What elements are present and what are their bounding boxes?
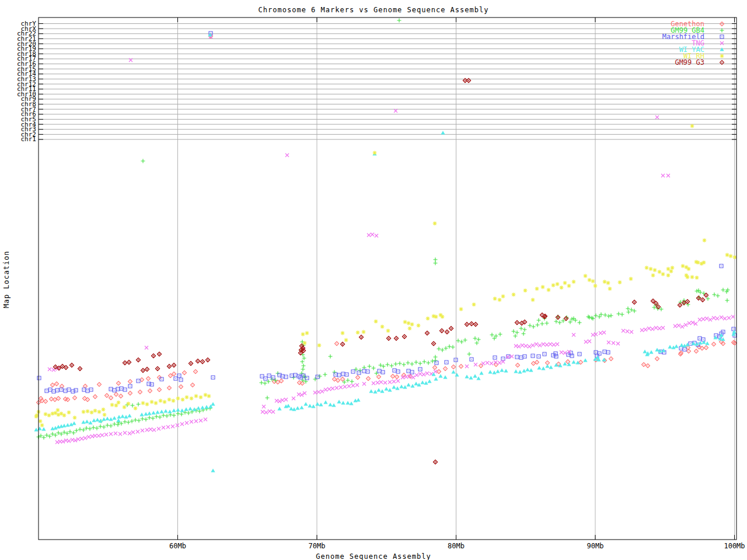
point-wi-rh	[618, 281, 622, 285]
point-tng	[698, 318, 701, 321]
point-wi-yac	[211, 402, 215, 405]
point-gm99-gb4	[162, 414, 166, 418]
point-tng	[715, 317, 719, 320]
point-genethon	[105, 394, 109, 398]
point-gm99-gb4	[402, 363, 406, 367]
point-marshfield	[337, 373, 341, 377]
point-gm99-g3	[145, 368, 149, 372]
point-wi-rh	[551, 284, 556, 288]
point-tng	[647, 327, 651, 330]
point-tng	[498, 361, 501, 365]
point-wi-rh	[666, 267, 671, 271]
point-tng	[542, 342, 545, 346]
point-wi-rh	[341, 331, 345, 335]
point-gm99-g3	[189, 362, 193, 366]
point-gm99-g3	[156, 367, 160, 371]
point-gm99-g3	[387, 337, 391, 341]
point-wi-yac	[308, 404, 312, 407]
point-tng	[531, 344, 535, 347]
point-gm99-gb4	[522, 332, 526, 336]
point-marshfield	[701, 338, 705, 341]
point-tng	[264, 411, 268, 414]
point-marshfield	[720, 264, 723, 268]
point-tng	[58, 440, 62, 443]
x-tick-label: 90Mb	[587, 542, 604, 550]
point-gm99-gb4	[434, 261, 438, 265]
point-tng	[687, 321, 691, 325]
point-wi-yac	[200, 405, 204, 409]
x-tick-label: 80Mb	[448, 542, 465, 550]
point-wi-yac	[380, 389, 384, 393]
point-wi-yac	[541, 366, 545, 370]
point-tng	[285, 153, 289, 157]
point-marshfield	[128, 384, 132, 388]
point-wi-yac	[315, 402, 319, 405]
point-tng	[141, 429, 144, 432]
point-marshfield	[294, 373, 297, 377]
x-tick-label: 70Mb	[309, 542, 326, 550]
point-genethon	[51, 383, 55, 387]
point-tng	[694, 322, 697, 326]
point-gm99-g3	[201, 360, 205, 364]
point-wi-yac	[705, 341, 709, 345]
point-tng	[666, 174, 670, 177]
point-wi-rh	[163, 400, 167, 404]
point-gm99-gb4	[410, 362, 414, 366]
point-gm99-gb4	[141, 417, 145, 421]
point-tng	[180, 422, 184, 426]
point-wi-yac	[492, 370, 496, 374]
point-tng	[654, 326, 658, 330]
point-marshfield	[316, 375, 319, 379]
point-genethon	[194, 370, 198, 374]
point-genethon	[655, 357, 659, 361]
point-gm99-gb4	[558, 321, 562, 325]
point-wi-rh	[102, 408, 106, 412]
point-gm99-g3	[434, 460, 438, 464]
point-gm99-gb4	[721, 288, 725, 292]
point-tng	[680, 325, 684, 328]
point-wi-rh	[386, 329, 390, 333]
point-gm99-gb4	[515, 331, 519, 335]
point-wi-rh	[374, 320, 378, 324]
point-wi-yac	[292, 407, 296, 411]
point-wi-yac	[479, 371, 483, 374]
point-wi-yac	[311, 404, 315, 408]
point-wi-yac	[668, 345, 672, 348]
point-wi-rh	[40, 424, 44, 428]
point-gm99-gb4	[512, 330, 516, 334]
point-gm99-gb4	[716, 294, 720, 298]
point-wi-yac	[116, 418, 120, 422]
point-marshfield	[60, 388, 63, 391]
point-wi-yac	[34, 428, 38, 431]
point-genethon	[366, 377, 371, 381]
point-gm99-gb4	[519, 327, 523, 331]
gridlines	[178, 18, 735, 540]
point-tng	[362, 382, 366, 386]
point-tng	[324, 388, 327, 391]
point-genethon	[356, 376, 360, 380]
point-tng	[528, 345, 531, 348]
point-genethon	[167, 386, 172, 390]
point-tng	[727, 316, 731, 320]
point-wi-yac	[62, 424, 66, 427]
point-tng	[128, 432, 131, 435]
point-gm99-gb4	[434, 355, 438, 359]
point-tng	[552, 343, 556, 346]
point-wi-rh	[690, 124, 694, 128]
point-wi-yac	[188, 407, 192, 410]
point-wi-yac	[674, 344, 678, 348]
point-wi-rh	[729, 254, 733, 258]
point-wi-yac	[277, 407, 281, 410]
point-genethon	[694, 349, 699, 354]
legend-marker-star	[720, 54, 724, 58]
point-wi-yac	[403, 385, 407, 388]
point-tng	[394, 109, 397, 113]
point-gm99-gb4	[368, 365, 372, 369]
point-wi-rh	[56, 408, 60, 412]
point-wi-rh	[645, 266, 649, 270]
point-wi-yac	[37, 426, 41, 430]
point-wi-yac	[399, 384, 403, 388]
point-wi-rh	[141, 401, 145, 405]
point-genethon	[117, 382, 121, 386]
point-genethon	[444, 367, 448, 371]
